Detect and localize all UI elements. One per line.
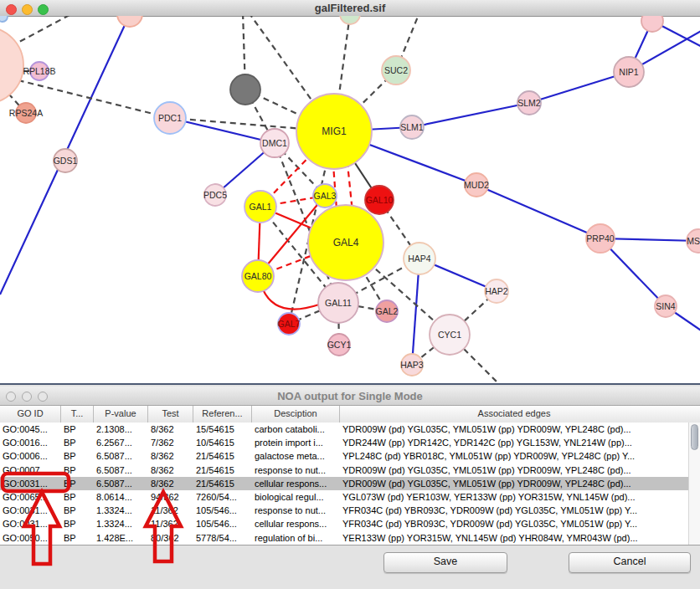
- column-header-edges[interactable]: Associated edges: [340, 406, 688, 423]
- table-row[interactable]: GO:0050...BP1.428E...80/3625778/54...reg…: [0, 531, 688, 545]
- graph-node-topright-pink[interactable]: [641, 16, 663, 32]
- graph-node-label-MIG1: MIG1: [322, 125, 347, 137]
- graph-node-label-MSL1: MSL1: [687, 236, 700, 246]
- cell-go_id: GO:0050...: [0, 531, 61, 545]
- cell-test: 8/362: [148, 423, 193, 436]
- graph-node-label-PRP40: PRP40: [586, 233, 614, 243]
- cell-edges: YFR034C (pd) YBR093C, YDR009W (pd) YGL03…: [340, 504, 688, 517]
- graph-edge-blue[interactable]: [412, 103, 529, 127]
- table-row[interactable]: GO:0007...BP6.5087...8/36221/54615respon…: [0, 464, 688, 477]
- noa-window-titlebar[interactable]: NOA output for Single Mode: [0, 387, 700, 406]
- cell-test: 80/362: [148, 531, 193, 545]
- cell-reference: 21/54615: [193, 477, 252, 490]
- cell-test: 8/362: [148, 449, 193, 463]
- cell-description: cellular respons...: [252, 477, 340, 490]
- vertical-scrollbar[interactable]: [688, 423, 700, 545]
- column-header-test[interactable]: Test: [148, 406, 193, 423]
- graph-node-label-SUC2: SUC2: [384, 65, 408, 75]
- cell-description: carbon cataboli...: [252, 423, 340, 436]
- cell-reference: 105/546...: [193, 517, 252, 530]
- cell-edges: YDR009W (pd) YGL035C, YML051W (pp) YDR00…: [340, 423, 688, 436]
- graph-window-title: galFiltered.sif: [0, 0, 700, 16]
- cell-description: protein import i...: [252, 436, 340, 449]
- table-row[interactable]: GO:0045...BP2.1308...8/36215/54615carbon…: [0, 423, 688, 436]
- column-header-reference[interactable]: Referen...: [193, 406, 252, 423]
- cell-type: BP: [61, 531, 94, 545]
- graph-node-label-GAL4: GAL4: [333, 237, 359, 248]
- cell-test: 11/362: [148, 517, 193, 530]
- column-header-description[interactable]: Desciption: [252, 406, 340, 423]
- graph-edge-dashed[interactable]: [8, 16, 69, 48]
- graph-node-label-CYC1: CYC1: [438, 330, 461, 340]
- cell-p_value: 6.5087...: [94, 464, 148, 477]
- cell-go_id: GO:0007...: [0, 464, 61, 477]
- table-row[interactable]: GO:0065...BP8.0614...94/3627260/54...bio…: [0, 490, 688, 504]
- cell-go_id: GO:0065...: [0, 490, 61, 504]
- cell-reference: 105/546...: [193, 504, 252, 517]
- cell-type: BP: [61, 490, 94, 504]
- table-header-row: GO IDT...P-valueTestReferen...Desciption…: [0, 406, 700, 423]
- cancel-button[interactable]: Cancel: [569, 552, 691, 573]
- graph-node-label-PDC5: PDC5: [203, 190, 227, 200]
- graph-node-label-GAL7: GAL7: [278, 319, 301, 329]
- graph-node-label-GCY1: GCY1: [327, 340, 352, 350]
- graph-node-corner-frag[interactable]: [0, 16, 8, 22]
- cell-test: 11/362: [148, 504, 193, 517]
- graph-node-label-GAL10: GAL10: [366, 195, 394, 205]
- graph-node-label-GAL11: GAL11: [325, 298, 352, 308]
- graph-edge-red[interactable]: [263, 289, 319, 310]
- cell-description: regulation of bi...: [252, 531, 340, 545]
- graph-node-label-GAL1: GAL1: [250, 202, 272, 212]
- cell-description: response to nut...: [252, 464, 340, 477]
- graph-node-label-DMC1: DMC1: [262, 138, 287, 148]
- graph-node-label-SIN4: SIN4: [656, 301, 676, 311]
- graph-node-label-NIP1: NIP1: [619, 67, 639, 77]
- column-header-type[interactable]: T...: [61, 406, 94, 423]
- cell-reference: 10/54615: [193, 436, 252, 449]
- cell-p_value: 6.2567...: [94, 436, 148, 449]
- screen: galFiltered.sif RPL18BRPS24AGDS1PDC1DMC1…: [0, 0, 700, 589]
- table-row[interactable]: GO:0016...BP6.2567...7/36210/54615protei…: [0, 436, 688, 449]
- column-header-p_value[interactable]: P-value: [94, 406, 148, 423]
- table-body: GO:0045...BP2.1308...8/36215/54615carbon…: [0, 423, 688, 545]
- cell-p_value: 1.428E...: [94, 531, 148, 545]
- graph-node-large-left[interactable]: [0, 27, 23, 104]
- cell-test: 7/362: [148, 436, 193, 449]
- graph-window-titlebar[interactable]: galFiltered.sif: [0, 0, 700, 17]
- scrollbar-thumb[interactable]: [691, 424, 698, 450]
- graph-node-label-MUD2: MUD2: [464, 180, 489, 190]
- graph-node-label-GAL2: GAL2: [376, 306, 399, 316]
- graph-node-label-RPS24A: RPS24A: [9, 108, 43, 118]
- noa-window-title: NOA output for Single Mode: [0, 387, 700, 406]
- cell-p_value: 2.1308...: [94, 423, 148, 436]
- graph-node-label-HAP4: HAP4: [408, 254, 431, 264]
- graph-node-unnamed-gray[interactable]: [230, 74, 260, 105]
- graph-node-label-HAP3: HAP3: [400, 360, 424, 370]
- cell-go_id: GO:0006...: [0, 449, 61, 463]
- cell-edges: YPL248C (pd) YBR018C, YML051W (pp) YDR00…: [340, 449, 688, 463]
- cell-type: BP: [61, 423, 94, 436]
- network-svg[interactable]: RPL18BRPS24AGDS1PDC1DMC1PDC5SUC2SLM1SLM2…: [0, 16, 700, 383]
- cell-p_value: 8.0614...: [94, 490, 148, 504]
- cell-type: BP: [61, 449, 94, 463]
- graph-node-green-top[interactable]: [340, 16, 360, 24]
- table-row[interactable]: GO:0031...BP1.3324...11/362105/546...res…: [0, 504, 688, 517]
- cell-type: BP: [61, 504, 94, 517]
- cell-edges: YGL073W (pd) YER103W, YER133W (pp) YOR31…: [340, 490, 688, 504]
- table-row[interactable]: GO:0031...BP6.5087...8/36221/54615cellul…: [0, 477, 688, 490]
- graph-node-label-HAP2: HAP2: [485, 286, 508, 296]
- cell-edges: YER133W (pp) YOR315W, YNL145W (pd) YHR08…: [340, 531, 688, 545]
- graph-node-top-pink[interactable]: [117, 16, 142, 27]
- graph-edge-blue[interactable]: [476, 185, 600, 238]
- table-row[interactable]: GO:0031...BP1.3324...11/362105/546...cel…: [0, 517, 688, 530]
- graph-node-label-GDS1: GDS1: [54, 156, 78, 166]
- cell-go_id: GO:0045...: [0, 423, 61, 436]
- cell-p_value: 1.3324...: [94, 504, 148, 517]
- save-button[interactable]: Save: [383, 552, 507, 573]
- table-row[interactable]: GO:0006...BP6.5087...8/36221/54615galact…: [0, 449, 688, 463]
- column-header-go_id[interactable]: GO ID: [0, 406, 61, 423]
- cell-type: BP: [61, 517, 94, 530]
- cell-go_id: GO:0031...: [0, 477, 61, 490]
- graph-node-label-SLM1: SLM1: [400, 122, 424, 132]
- graph-node-label-PDC1: PDC1: [158, 113, 182, 123]
